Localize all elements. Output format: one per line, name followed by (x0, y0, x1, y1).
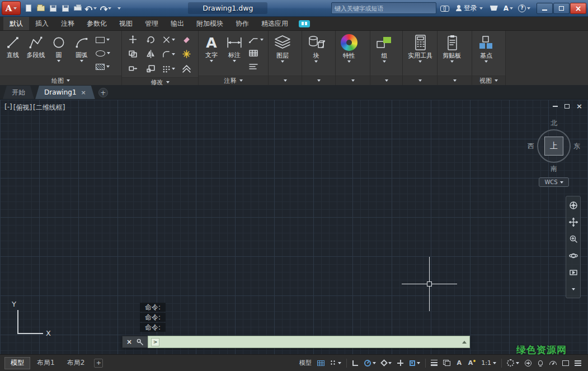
ribbon-tab-featured-apps[interactable]: 精选应用 (255, 17, 294, 30)
app-store-button[interactable] (488, 2, 500, 14)
sign-in-button[interactable]: 登录 (453, 2, 486, 14)
search-input[interactable] (335, 5, 433, 12)
viewcube-north[interactable]: 北 (526, 119, 581, 128)
drawing-canvas[interactable]: [-] [俯视] [二维线框] × 北 西 上 东 南 WCS (0, 100, 588, 354)
layout2-tab[interactable]: 布局2 (62, 357, 91, 369)
ribbon-tab-collaborate[interactable]: 协作 (229, 17, 255, 30)
groups-panel-footer[interactable] (370, 76, 402, 85)
ortho-toggle[interactable] (350, 357, 361, 369)
erase-tool-button[interactable] (178, 32, 195, 46)
ribbon-tab-home[interactable]: 默认 (3, 17, 29, 30)
annotation-monitor-button[interactable] (523, 357, 534, 369)
ribbon-tab-annotate[interactable]: 注释 (55, 17, 81, 30)
minimize-button[interactable] (537, 3, 553, 14)
layers-panel-footer[interactable] (269, 76, 302, 85)
viewcube-west[interactable]: 西 (528, 142, 534, 151)
ribbon-tab-manage[interactable]: 管理 (139, 17, 164, 30)
layout1-tab[interactable]: 布局1 (31, 357, 60, 369)
exchange-button[interactable]: A (502, 2, 514, 14)
redo-button[interactable] (99, 2, 112, 14)
command-prompt-icon[interactable]: > (151, 338, 159, 346)
line-tool-button[interactable]: 直线 (2, 32, 24, 74)
customization-button[interactable] (572, 357, 584, 369)
help-button[interactable]: ? (517, 2, 531, 14)
command-input[interactable] (162, 338, 459, 346)
search-button[interactable] (439, 2, 450, 14)
plot-button[interactable] (72, 2, 83, 14)
model-space-toggle[interactable]: 模型 (297, 357, 314, 369)
viewcube-top-face[interactable]: 上 (544, 137, 563, 156)
save-button[interactable] (48, 2, 59, 14)
properties-button[interactable]: 特性 (337, 32, 361, 74)
move-tool-button[interactable] (124, 32, 142, 46)
dimension-tool-button[interactable]: 标注 (223, 32, 246, 74)
wcs-menu[interactable]: WCS (539, 177, 569, 187)
zoom-button[interactable] (567, 232, 580, 245)
copy-tool-button[interactable] (124, 47, 142, 61)
array-tool-button[interactable] (160, 62, 177, 76)
close-icon[interactable]: × (126, 339, 132, 345)
viewport-menu[interactable]: [-] (4, 103, 12, 112)
new-layout-button[interactable]: + (94, 359, 103, 368)
annotation-panel-footer[interactable]: 注释 (199, 76, 268, 85)
ribbon-tab-parametric[interactable]: 参数化 (81, 17, 113, 30)
grid-toggle[interactable] (315, 357, 327, 369)
open-file-button[interactable] (35, 2, 46, 14)
rectangle-tool-button[interactable] (94, 35, 112, 45)
leader-tool-button[interactable] (247, 35, 265, 45)
block-button[interactable]: 块 (304, 32, 328, 74)
lineweight-toggle[interactable] (429, 357, 440, 369)
scale-tool-button[interactable] (142, 62, 159, 76)
chevron-up-icon[interactable] (462, 341, 467, 344)
utilities-button[interactable]: 实用工具 (404, 32, 436, 74)
polyline-tool-button[interactable]: 多段线 (25, 32, 47, 74)
viewcube-compass[interactable]: 上 (537, 129, 571, 163)
view-panel-footer[interactable]: 视图 (472, 76, 505, 85)
annotation-scale-button[interactable]: 1:1 (479, 357, 498, 369)
qat-customize-button[interactable] (114, 2, 125, 14)
block-panel-footer[interactable] (302, 76, 335, 85)
clean-screen-button[interactable] (560, 357, 571, 369)
view-menu[interactable]: [俯视] (13, 103, 32, 112)
file-tab-start[interactable]: 开始 (3, 86, 34, 99)
close-tab-icon[interactable]: × (81, 89, 86, 96)
stretch-tool-button[interactable] (124, 62, 142, 76)
restore-button[interactable] (553, 3, 570, 14)
doc-close-icon[interactable]: × (576, 102, 582, 110)
close-button[interactable]: × (570, 3, 586, 14)
basepoint-button[interactable]: 基点 (474, 32, 498, 74)
arc-tool-button[interactable]: 圆弧 (70, 32, 93, 74)
command-line[interactable]: > (148, 336, 470, 348)
ribbon-tab-view[interactable]: 视图 (113, 17, 139, 30)
explode-tool-button[interactable] (178, 47, 195, 61)
ribbon-tab-output[interactable]: 输出 (164, 17, 190, 30)
offset-tool-button[interactable] (178, 62, 195, 76)
save-as-button[interactable] (60, 2, 71, 14)
properties-panel-footer[interactable] (336, 76, 370, 85)
clipboard-panel-footer[interactable] (438, 76, 472, 85)
object-snap-tracking-toggle[interactable] (395, 357, 406, 369)
snap-toggle[interactable] (328, 357, 344, 369)
text-style-tool-button[interactable] (247, 62, 265, 72)
model-tab[interactable]: 模型 (4, 357, 30, 369)
annotation-visibility-toggle[interactable]: A (454, 357, 465, 369)
ribbon-tab-addins[interactable]: 附加模块 (190, 17, 229, 30)
draw-panel-footer[interactable]: 绘图 (0, 76, 121, 85)
clipboard-button[interactable]: 剪贴板 (439, 32, 464, 74)
isolate-objects-button[interactable] (535, 357, 546, 369)
mirror-tool-button[interactable] (142, 47, 159, 61)
new-file-button[interactable] (23, 2, 34, 14)
groups-button[interactable]: 组 (372, 32, 397, 74)
wrench-icon[interactable] (137, 339, 144, 346)
utilities-panel-footer[interactable] (403, 76, 437, 85)
polar-tracking-toggle[interactable] (362, 357, 378, 369)
file-tab-drawing1[interactable]: Drawing1 × (35, 86, 95, 99)
visual-style-menu[interactable]: [二维线框] (33, 103, 65, 112)
text-tool-button[interactable]: A 文字 (200, 32, 223, 74)
object-snap-toggle[interactable] (407, 357, 422, 369)
viewcube-east[interactable]: 东 (573, 142, 580, 151)
trim-tool-button[interactable] (160, 32, 177, 46)
new-drawing-tab-button[interactable]: + (98, 88, 108, 97)
orbit-button[interactable] (567, 249, 580, 262)
doc-restore-icon[interactable] (565, 104, 570, 109)
